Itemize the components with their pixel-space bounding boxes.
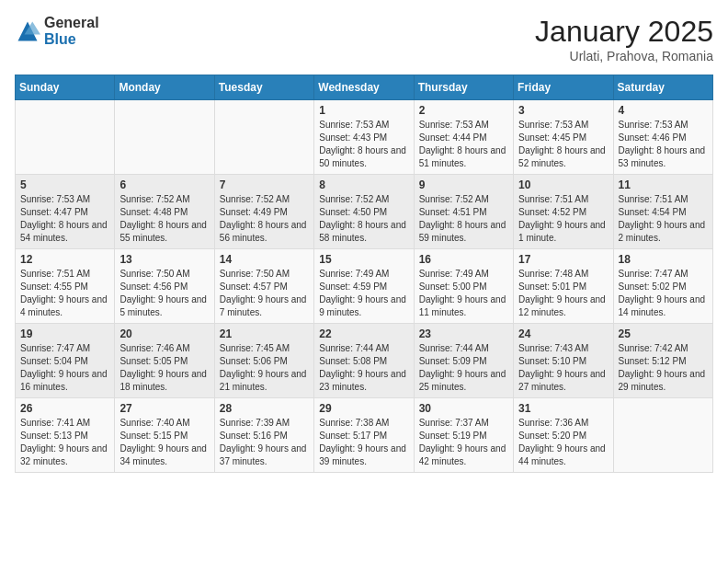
header-row: SundayMondayTuesdayWednesdayThursdayFrid… [16, 75, 713, 100]
cell-text: Sunset: 5:19 PM [419, 430, 508, 442]
day-number: 29 [319, 402, 408, 415]
calendar-cell-day-9: 9Sunrise: 7:52 AMSunset: 4:51 PMDaylight… [414, 175, 513, 249]
header-day-monday: Monday [115, 75, 214, 100]
calendar-cell-day-27: 27Sunrise: 7:40 AMSunset: 5:15 PMDayligh… [115, 398, 214, 473]
cell-text: Sunrise: 7:53 AM [419, 119, 508, 132]
cell-text: Daylight: 9 hours and 9 minutes. [319, 293, 408, 319]
header-day-sunday: Sunday [16, 75, 115, 100]
title-block: January 2025 Urlati, Prahova, Romania [535, 15, 713, 63]
day-number: 26 [20, 402, 109, 415]
cell-text: Sunrise: 7:44 AM [419, 342, 508, 355]
cell-text: Sunrise: 7:53 AM [619, 119, 708, 132]
cell-text: Sunrise: 7:49 AM [319, 268, 408, 281]
cell-text: Sunset: 4:54 PM [619, 206, 708, 219]
cell-text: Sunset: 4:55 PM [20, 281, 109, 293]
cell-text: Daylight: 9 hours and 18 minutes. [119, 368, 209, 394]
cell-text: Daylight: 8 hours and 58 minutes. [319, 219, 408, 245]
calendar-cell-day-14: 14Sunrise: 7:50 AMSunset: 4:57 PMDayligh… [214, 249, 313, 324]
calendar-cell-day-4: 4Sunrise: 7:53 AMSunset: 4:46 PMDaylight… [613, 100, 712, 175]
calendar-cell-day-2: 2Sunrise: 7:53 AMSunset: 4:44 PMDaylight… [414, 100, 513, 175]
cell-text: Daylight: 8 hours and 54 minutes. [20, 219, 109, 245]
logo-general-text: General [44, 15, 99, 31]
day-number: 6 [119, 178, 209, 191]
cell-text: Sunrise: 7:51 AM [619, 193, 708, 206]
day-number: 8 [319, 178, 408, 191]
cell-text: Daylight: 9 hours and 16 minutes. [20, 368, 109, 394]
cell-text: Sunset: 5:02 PM [619, 281, 708, 293]
cell-text: Daylight: 9 hours and 5 minutes. [119, 293, 209, 319]
calendar-cell-day-1: 1Sunrise: 7:53 AMSunset: 4:43 PMDaylight… [314, 100, 414, 175]
cell-text: Sunset: 4:59 PM [319, 281, 408, 293]
day-number: 13 [119, 253, 209, 266]
cell-text: Daylight: 9 hours and 42 minutes. [419, 442, 508, 468]
cell-text: Sunset: 5:04 PM [20, 355, 109, 368]
cell-text: Sunset: 5:12 PM [619, 355, 708, 368]
calendar-title: January 2025 [535, 15, 713, 49]
cell-text: Daylight: 9 hours and 11 minutes. [419, 293, 508, 319]
cell-text: Daylight: 8 hours and 59 minutes. [419, 219, 508, 245]
cell-text: Sunrise: 7:43 AM [518, 342, 608, 355]
cell-text: Sunset: 4:49 PM [220, 206, 309, 219]
day-number: 4 [619, 104, 708, 117]
cell-text: Sunrise: 7:52 AM [319, 193, 408, 206]
cell-text: Sunrise: 7:52 AM [220, 193, 309, 206]
cell-text: Sunset: 4:43 PM [319, 132, 408, 144]
cell-text: Sunrise: 7:50 AM [119, 268, 209, 281]
cell-text: Sunrise: 7:41 AM [20, 417, 109, 430]
cell-text: Daylight: 9 hours and 32 minutes. [20, 442, 109, 468]
cell-text: Sunrise: 7:50 AM [220, 268, 309, 281]
day-number: 18 [619, 253, 708, 266]
logo: General Blue [15, 15, 99, 47]
day-number: 1 [319, 104, 408, 117]
cell-text: Sunrise: 7:44 AM [319, 342, 408, 355]
cell-text: Sunset: 4:48 PM [119, 206, 209, 219]
calendar-table: SundayMondayTuesdayWednesdayThursdayFrid… [15, 75, 713, 473]
cell-text: Sunrise: 7:53 AM [518, 119, 608, 132]
day-number: 14 [220, 253, 309, 266]
cell-text: Sunrise: 7:48 AM [518, 268, 608, 281]
cell-text: Sunrise: 7:51 AM [20, 268, 109, 281]
day-number: 16 [419, 253, 508, 266]
day-number: 21 [220, 327, 309, 340]
calendar-cell-day-12: 12Sunrise: 7:51 AMSunset: 4:55 PMDayligh… [16, 249, 115, 324]
header-day-wednesday: Wednesday [314, 75, 414, 100]
calendar-cell-empty [115, 100, 214, 175]
calendar-cell-day-25: 25Sunrise: 7:42 AMSunset: 5:12 PMDayligh… [613, 324, 712, 398]
day-number: 15 [319, 253, 408, 266]
calendar-cell-day-30: 30Sunrise: 7:37 AMSunset: 5:19 PMDayligh… [414, 398, 513, 473]
day-number: 27 [119, 402, 209, 415]
cell-text: Sunrise: 7:49 AM [419, 268, 508, 281]
cell-text: Daylight: 9 hours and 2 minutes. [619, 219, 708, 245]
cell-text: Daylight: 9 hours and 14 minutes. [619, 293, 708, 319]
calendar-cell-day-31: 31Sunrise: 7:36 AMSunset: 5:20 PMDayligh… [514, 398, 613, 473]
calendar-week-row: 19Sunrise: 7:47 AMSunset: 5:04 PMDayligh… [16, 324, 713, 398]
calendar-week-row: 12Sunrise: 7:51 AMSunset: 4:55 PMDayligh… [16, 249, 713, 324]
cell-text: Sunrise: 7:47 AM [20, 342, 109, 355]
calendar-cell-day-28: 28Sunrise: 7:39 AMSunset: 5:16 PMDayligh… [214, 398, 313, 473]
cell-text: Sunset: 5:00 PM [419, 281, 508, 293]
cell-text: Sunrise: 7:40 AM [119, 417, 209, 430]
cell-text: Sunrise: 7:52 AM [419, 193, 508, 206]
cell-text: Sunrise: 7:45 AM [220, 342, 309, 355]
day-number: 7 [220, 178, 309, 191]
calendar-cell-day-10: 10Sunrise: 7:51 AMSunset: 4:52 PMDayligh… [514, 175, 613, 249]
calendar-cell-day-3: 3Sunrise: 7:53 AMSunset: 4:45 PMDaylight… [514, 100, 613, 175]
day-number: 31 [518, 402, 608, 415]
calendar-header: SundayMondayTuesdayWednesdayThursdayFrid… [16, 75, 713, 100]
cell-text: Sunrise: 7:53 AM [319, 119, 408, 132]
day-number: 5 [20, 178, 109, 191]
cell-text: Sunset: 4:51 PM [419, 206, 508, 219]
cell-text: Sunrise: 7:47 AM [619, 268, 708, 281]
cell-text: Daylight: 9 hours and 25 minutes. [419, 368, 508, 394]
cell-text: Daylight: 9 hours and 4 minutes. [20, 293, 109, 319]
calendar-cell-day-29: 29Sunrise: 7:38 AMSunset: 5:17 PMDayligh… [314, 398, 414, 473]
cell-text: Daylight: 9 hours and 12 minutes. [518, 293, 608, 319]
cell-text: Sunrise: 7:37 AM [419, 417, 508, 430]
cell-text: Sunset: 5:09 PM [419, 355, 508, 368]
cell-text: Sunrise: 7:51 AM [518, 193, 608, 206]
cell-text: Sunrise: 7:42 AM [619, 342, 708, 355]
cell-text: Daylight: 9 hours and 39 minutes. [319, 442, 408, 468]
cell-text: Daylight: 8 hours and 55 minutes. [119, 219, 209, 245]
cell-text: Daylight: 9 hours and 34 minutes. [119, 442, 209, 468]
cell-text: Sunset: 4:52 PM [518, 206, 608, 219]
